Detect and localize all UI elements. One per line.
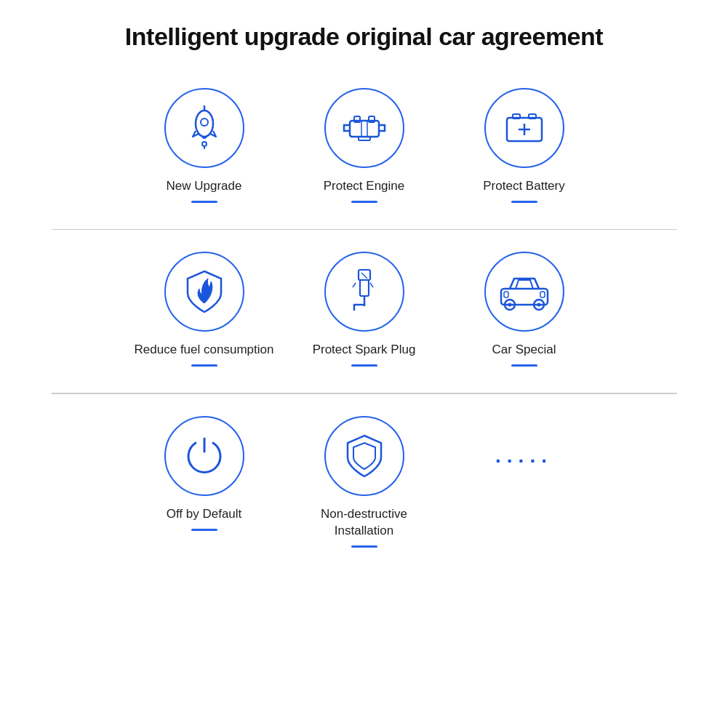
protect-spark-underline xyxy=(351,364,377,367)
reduce-fuel-icon-circle xyxy=(164,252,244,332)
reduce-fuel-label: Reduce fuel consumption xyxy=(135,342,274,359)
car-special-label: Car Special xyxy=(492,342,556,359)
engine-icon xyxy=(340,112,389,144)
svg-rect-8 xyxy=(359,137,370,140)
off-default-icon-circle xyxy=(164,416,244,496)
svg-rect-26 xyxy=(540,292,545,297)
off-default-underline xyxy=(191,529,217,531)
svg-rect-11 xyxy=(529,114,536,119)
feature-row-2: Reduce fuel consumption xyxy=(52,244,677,378)
svg-point-23 xyxy=(508,303,511,307)
feature-off-default: Off by Default xyxy=(124,409,284,559)
dots-text: ..... xyxy=(495,444,553,468)
protect-engine-underline xyxy=(351,201,377,203)
car-special-icon-circle xyxy=(484,252,564,332)
off-default-label: Off by Default xyxy=(167,506,242,523)
power-icon xyxy=(183,434,226,478)
divider-2 xyxy=(52,393,677,394)
shield-flame-icon xyxy=(183,268,225,315)
svg-point-0 xyxy=(196,111,213,137)
new-upgrade-icon-circle xyxy=(164,88,244,168)
dots-display: ..... xyxy=(495,416,553,496)
rocket-icon xyxy=(183,103,226,153)
page-title: Intelligent upgrade original car agreeme… xyxy=(125,22,603,52)
feature-non-destructive: Non-destructive Installation xyxy=(284,409,444,559)
feature-protect-engine: Protect Engine xyxy=(284,81,444,215)
feature-new-upgrade: New Upgrade xyxy=(124,81,284,215)
feature-row-3: Off by Default Non-destructive Installat… xyxy=(52,409,677,559)
protect-battery-icon-circle xyxy=(484,88,564,168)
battery-icon xyxy=(504,109,545,147)
protect-spark-label: Protect Spark Plug xyxy=(313,342,416,359)
protect-engine-icon-circle xyxy=(324,88,404,168)
feature-dots: ..... xyxy=(444,409,604,559)
reduce-fuel-underline xyxy=(191,364,217,367)
protect-engine-label: Protect Engine xyxy=(324,178,405,195)
shield-outline-icon xyxy=(343,433,385,479)
feature-row-1: New Upgrade Protect Engine xyxy=(52,81,677,215)
svg-point-1 xyxy=(201,119,208,126)
svg-line-19 xyxy=(353,283,356,287)
non-destructive-label: Non-destructive Installation xyxy=(292,506,437,540)
car-icon xyxy=(498,273,551,311)
new-upgrade-label: New Upgrade xyxy=(167,178,242,195)
feature-protect-spark: Protect Spark Plug xyxy=(284,244,444,378)
svg-point-2 xyxy=(202,142,207,146)
svg-rect-15 xyxy=(360,280,369,296)
svg-rect-10 xyxy=(513,114,520,119)
svg-rect-27 xyxy=(504,292,508,297)
svg-point-25 xyxy=(537,303,540,307)
feature-protect-battery: Protect Battery xyxy=(444,81,604,215)
new-upgrade-underline xyxy=(191,201,217,203)
protect-battery-label: Protect Battery xyxy=(483,178,564,195)
protect-spark-icon-circle xyxy=(324,252,404,332)
svg-rect-3 xyxy=(350,121,379,137)
svg-line-18 xyxy=(370,283,373,287)
feature-reduce-fuel: Reduce fuel consumption xyxy=(124,244,284,378)
non-destructive-underline xyxy=(351,545,377,548)
car-special-underline xyxy=(511,364,537,367)
non-destructive-icon-circle xyxy=(324,416,404,496)
feature-car-special: Car Special xyxy=(444,244,604,378)
spark-plug-icon xyxy=(345,267,383,316)
protect-battery-underline xyxy=(511,201,537,203)
divider-1 xyxy=(52,229,677,231)
svg-line-20 xyxy=(361,273,367,279)
